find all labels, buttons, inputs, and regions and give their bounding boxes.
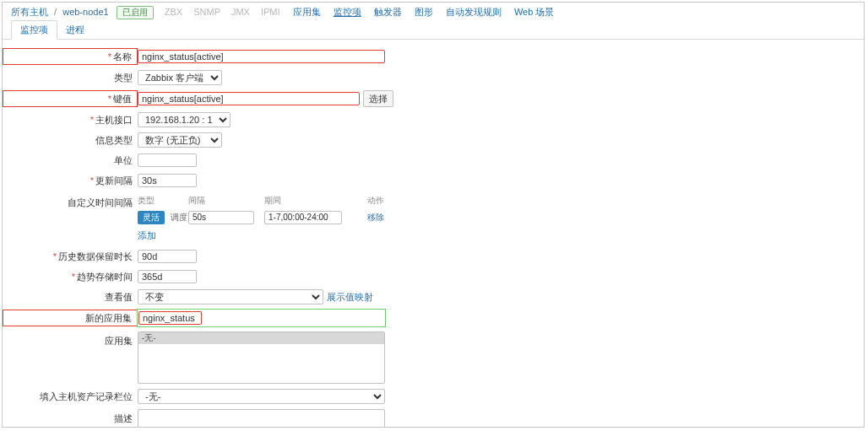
page-frame: { "breadcrumb": { "root": "所有主机", "host"…: [2, 2, 865, 428]
interval-remove[interactable]: 移除: [367, 213, 384, 222]
flag-zbx[interactable]: ZBX: [165, 7, 182, 17]
nav-apps[interactable]: 应用集: [293, 7, 321, 17]
apps-option-none[interactable]: -无-: [138, 332, 384, 344]
label-inventory: 填入主机资产记录栏位: [3, 389, 138, 404]
info-type-select[interactable]: 数字 (无正负): [138, 132, 222, 148]
flag-ipmi[interactable]: IPMI: [261, 7, 280, 17]
refresh-input[interactable]: [138, 174, 197, 187]
key-input[interactable]: [138, 92, 360, 105]
label-newapp: 新的应用集: [3, 310, 138, 326]
iface-select[interactable]: 192.168.1.20 : 10050: [138, 112, 231, 127]
interval-period-input[interactable]: [264, 211, 342, 224]
interval-type-flexible[interactable]: 灵活: [138, 211, 165, 224]
nav-items[interactable]: 监控项: [334, 7, 361, 17]
breadcrumb: 所有主机 / web-node1 已启用 ZBX SNMP JMX IPMI 应…: [3, 3, 864, 21]
desc-textarea[interactable]: [138, 409, 385, 428]
key-select-button[interactable]: 选择: [363, 90, 393, 107]
type-select[interactable]: Zabbix 客户端: [138, 70, 222, 85]
label-type: 类型: [3, 70, 138, 85]
units-input[interactable]: [138, 154, 197, 167]
name-input[interactable]: [138, 50, 385, 63]
trend-input[interactable]: [138, 270, 197, 283]
interval-add[interactable]: 添加: [138, 228, 156, 243]
nav-graphs[interactable]: 图形: [415, 7, 433, 17]
label-desc: 描述: [3, 409, 138, 426]
crumb-sep: /: [54, 7, 57, 17]
subtabs: 监控项 进程: [3, 21, 864, 40]
tab-process[interactable]: 进程: [57, 21, 93, 39]
interval-headers: 类型 间隔 期间 动作: [138, 193, 384, 210]
interval-type-scheduled[interactable]: 调度: [171, 213, 187, 222]
newapp-input[interactable]: [138, 311, 202, 325]
label-refresh: *更新间隔: [3, 173, 138, 188]
crumb-host[interactable]: web-node1: [62, 7, 108, 17]
viewval-select[interactable]: 不变: [138, 289, 323, 304]
label-name: *名称: [3, 48, 138, 65]
label-trend: *趋势存储时间: [3, 269, 138, 284]
label-custom-interval: 自定义时间间隔: [3, 193, 138, 210]
nav-triggers[interactable]: 触发器: [374, 7, 402, 17]
label-iface: *主机接口: [3, 112, 138, 127]
crumb-root[interactable]: 所有主机: [11, 7, 48, 17]
inventory-select[interactable]: -无-: [138, 389, 385, 404]
label-key: *键值: [3, 90, 138, 107]
flag-snmp[interactable]: SNMP: [193, 7, 220, 17]
nav-web[interactable]: Web 场景: [514, 7, 554, 17]
item-form: *名称 类型 Zabbix 客户端 *键值 选择 *主机接口 192.168.1…: [3, 40, 864, 428]
host-enabled-tag: 已启用: [117, 6, 154, 19]
label-units: 单位: [3, 153, 138, 168]
nav-discovery[interactable]: 自动发现规则: [446, 7, 502, 17]
label-viewval: 查看值: [3, 289, 138, 304]
label-history: *历史数据保留时长: [3, 249, 138, 264]
label-info-type: 信息类型: [3, 132, 138, 148]
tab-item[interactable]: 监控项: [11, 20, 57, 40]
interval-value-input[interactable]: [188, 211, 254, 224]
viewval-map-link[interactable]: 展示值映射: [327, 289, 373, 304]
apps-listbox[interactable]: -无-: [138, 331, 385, 384]
flag-jmx[interactable]: JMX: [231, 7, 250, 17]
interval-row: 灵活 调度 移除: [138, 210, 384, 225]
label-apps: 应用集: [3, 331, 138, 348]
history-input[interactable]: [138, 250, 197, 263]
